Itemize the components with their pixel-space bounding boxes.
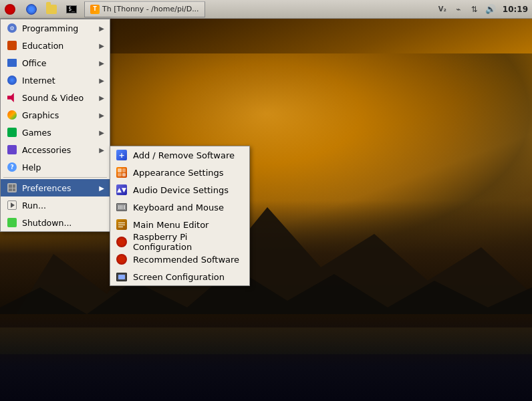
thonny-window-button[interactable]: T Th [Thonny - /home/pi/D... — [84, 1, 205, 17]
shutdown-icon — [6, 217, 18, 229]
submenu-item-menu-editor[interactable]: Main Menu Editor — [110, 216, 249, 233]
globe-icon — [26, 4, 37, 15]
add-remove-icon: + — [116, 149, 128, 161]
volume-icon[interactable]: 🔊 — [484, 3, 497, 16]
accessories-icon — [6, 144, 18, 156]
sound-video-arrow: ▶ — [99, 94, 104, 102]
submenu-item-pi-config[interactable]: Raspberry Pi Configuration — [110, 233, 249, 251]
run-label: Run... — [22, 200, 104, 211]
submenu-item-add-remove[interactable]: + Add / Remove Software — [110, 146, 249, 164]
programming-label: Programming — [22, 23, 99, 33]
graphics-label: Graphics — [22, 110, 99, 120]
sound-video-label: Sound & Video — [22, 93, 99, 103]
menu-item-internet[interactable]: Internet ▶ — [1, 72, 110, 89]
office-icon — [6, 57, 18, 69]
appearance-label: Appearance Settings — [133, 168, 224, 178]
pi-config-label: Raspberry Pi Configuration — [133, 232, 244, 252]
audio-icon: ▲▼ — [116, 184, 128, 196]
education-icon — [6, 39, 18, 51]
graphics-icon — [6, 109, 18, 121]
menu-item-programming[interactable]: ⚙ Programming ▶ — [1, 19, 110, 37]
submenu-item-screen[interactable]: Screen Configuration — [110, 268, 249, 285]
ocean — [0, 314, 532, 401]
shutdown-label: Shutdown... — [22, 218, 104, 228]
keyboard-label: Keyboard and Mouse — [133, 203, 224, 213]
add-remove-label: Add / Remove Software — [133, 150, 235, 160]
pi-config-icon — [116, 236, 128, 248]
screen-label: Screen Configuration — [133, 272, 225, 282]
preferences-icon — [6, 182, 18, 194]
education-arrow: ▶ — [99, 42, 104, 49]
keyboard-icon — [116, 201, 128, 213]
menu-item-preferences[interactable]: Preferences ▶ — [1, 179, 110, 196]
submenu-item-audio[interactable]: ▲▼ Audio Device Settings — [110, 181, 249, 198]
accessories-arrow: ▶ — [99, 146, 104, 154]
taskbar-left: $_ T Th [Thonny - /home/pi/D... — [0, 1, 436, 17]
office-arrow: ▶ — [99, 59, 104, 67]
submenu-item-recommended[interactable]: Recommended Software — [110, 251, 249, 268]
graphics-arrow: ▶ — [99, 112, 104, 119]
thonny-icon: T — [90, 5, 100, 14]
office-label: Office — [22, 58, 99, 68]
folder-button[interactable] — [41, 1, 61, 17]
taskbar: $_ T Th [Thonny - /home/pi/D... V₂ ⌁ ⇅ 🔊… — [0, 0, 532, 19]
desktop: $_ T Th [Thonny - /home/pi/D... V₂ ⌁ ⇅ 🔊… — [0, 0, 532, 401]
audio-label: Audio Device Settings — [133, 185, 229, 195]
clock-display: 10:19 — [500, 5, 528, 14]
education-label: Education — [22, 41, 99, 51]
help-label: Help — [22, 162, 104, 172]
thonny-label: Th [Thonny - /home/pi/D... — [102, 5, 199, 13]
help-icon: ? — [6, 161, 18, 173]
menu-item-run[interactable]: Run... — [1, 196, 110, 214]
programming-icon: ⚙ — [6, 22, 18, 34]
menu-item-graphics[interactable]: Graphics ▶ — [1, 106, 110, 124]
run-icon — [6, 199, 18, 211]
v2-icon: V₂ — [436, 3, 449, 16]
menu-item-shutdown[interactable]: Shutdown... — [1, 214, 110, 231]
preferences-label: Preferences — [22, 183, 99, 193]
menu-item-office[interactable]: Office ▶ — [1, 54, 110, 72]
menu-item-help[interactable]: ? Help — [1, 158, 110, 176]
programming-arrow: ▶ — [99, 25, 104, 32]
games-label: Games — [22, 128, 99, 138]
terminal-icon: $_ — [66, 5, 77, 13]
preferences-submenu: + Add / Remove Software Appearance Setti… — [110, 146, 250, 286]
submenu-item-appearance[interactable]: Appearance Settings — [110, 164, 249, 181]
raspberry-icon — [5, 4, 15, 15]
accessories-label: Accessories — [22, 145, 99, 155]
games-icon — [6, 126, 18, 138]
games-arrow: ▶ — [99, 129, 104, 136]
recommended-label: Recommended Software — [133, 255, 239, 265]
screen-icon — [116, 271, 128, 283]
folder-icon — [46, 5, 57, 14]
main-menu: ⚙ Programming ▶ Education ▶ Office ▶ Int… — [0, 19, 110, 232]
ocean-waves — [0, 327, 532, 354]
sound-video-icon — [6, 92, 18, 104]
menu-item-education[interactable]: Education ▶ — [1, 37, 110, 54]
preferences-arrow: ▶ — [99, 184, 104, 192]
bluetooth-icon[interactable]: ⌁ — [452, 3, 465, 16]
submenu-item-keyboard[interactable]: Keyboard and Mouse — [110, 198, 249, 216]
menu-item-accessories[interactable]: Accessories ▶ — [1, 141, 110, 158]
recommended-icon — [116, 253, 128, 265]
internet-label: Internet — [22, 76, 99, 86]
appearance-icon — [116, 166, 128, 178]
menu-editor-icon — [116, 219, 128, 231]
terminal-button[interactable]: $_ — [61, 1, 82, 17]
menu-separator-1 — [3, 177, 107, 178]
menu-editor-label: Main Menu Editor — [133, 220, 209, 230]
raspberry-menu-button[interactable] — [0, 1, 21, 17]
globe-button[interactable] — [21, 1, 41, 17]
network-arrows-icon[interactable]: ⇅ — [468, 3, 481, 16]
menu-item-games[interactable]: Games ▶ — [1, 124, 110, 141]
menu-item-sound-video[interactable]: Sound & Video ▶ — [1, 89, 110, 106]
internet-icon — [6, 74, 18, 86]
taskbar-right: V₂ ⌁ ⇅ 🔊 10:19 — [436, 3, 532, 16]
internet-arrow: ▶ — [99, 77, 104, 84]
